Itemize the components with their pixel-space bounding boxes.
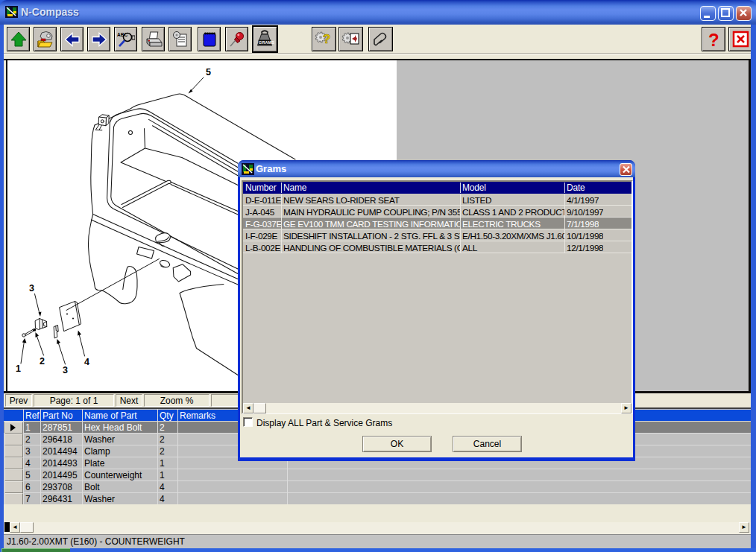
svg-text:3: 3: [29, 283, 34, 294]
svg-text:4: 4: [84, 357, 89, 367]
svg-text:5: 5: [206, 67, 211, 77]
svg-text:2: 2: [40, 356, 45, 367]
svg-text:GRAMS: GRAMS: [259, 40, 274, 45]
svg-text:3: 3: [63, 365, 68, 375]
svg-text:?: ?: [708, 31, 719, 48]
svg-text:1: 1: [16, 364, 21, 374]
svg-text:?: ?: [323, 32, 330, 46]
